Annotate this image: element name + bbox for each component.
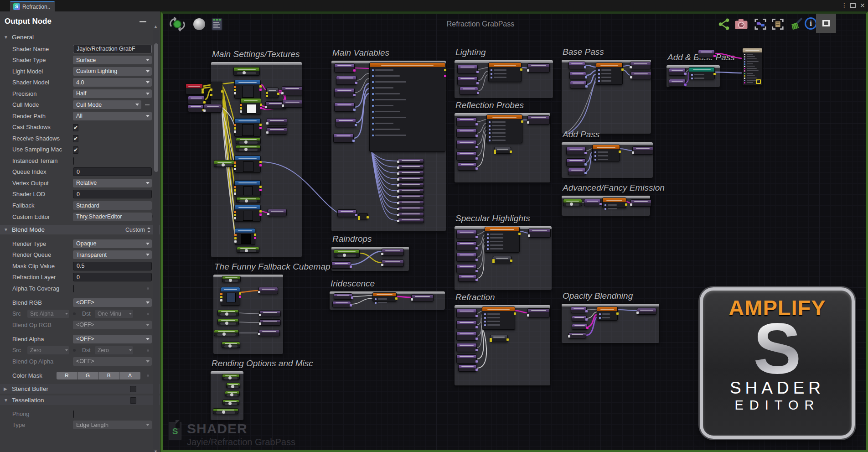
close-icon[interactable]: ✕ bbox=[860, 2, 865, 9]
shader-node-t[interactable] bbox=[234, 156, 261, 173]
shader-node-g[interactable] bbox=[456, 241, 477, 250]
shader-node-t[interactable] bbox=[234, 180, 261, 196]
shader-node-p[interactable] bbox=[214, 330, 239, 336]
shader-node-rs[interactable] bbox=[398, 165, 424, 170]
shader-node-g[interactable] bbox=[334, 103, 355, 112]
shader-node-g[interactable] bbox=[569, 72, 586, 79]
shader-node-g[interactable] bbox=[669, 79, 686, 87]
checkbox-alpha-to-coverag[interactable] bbox=[73, 285, 74, 292]
dropdown-src[interactable]: Src Alpha bbox=[27, 310, 69, 318]
material-preview-icon[interactable] bbox=[193, 18, 205, 30]
shader-node-g[interactable] bbox=[572, 316, 587, 322]
checkbox-instanced-terrain[interactable] bbox=[73, 157, 74, 165]
shader-node-p[interactable] bbox=[222, 342, 240, 348]
checkbox-phong[interactable] bbox=[73, 410, 74, 418]
shader-node-t[interactable] bbox=[221, 287, 240, 306]
shader-node-g[interactable] bbox=[568, 62, 585, 69]
shader-node-r[interactable] bbox=[204, 104, 222, 113]
shader-node-p[interactable] bbox=[217, 310, 239, 316]
dropdown-dst[interactable]: One Minu bbox=[95, 310, 133, 318]
tab-refraction[interactable]: S Refraction.. bbox=[10, 1, 55, 11]
dropdown-vertex-output[interactable]: Relative bbox=[73, 179, 152, 187]
shader-node-rs[interactable] bbox=[398, 194, 424, 199]
shader-node-rs[interactable] bbox=[398, 182, 424, 187]
shader-node-p[interactable] bbox=[236, 145, 261, 151]
checkbox-use-sampling-mac[interactable]: ✔ bbox=[73, 146, 78, 154]
input-shader-name[interactable]: Jayie/Refraction GrabF bbox=[73, 45, 152, 53]
dropdown-shader-model[interactable]: 4.0 bbox=[73, 78, 152, 87]
shader-node-r[interactable] bbox=[528, 229, 551, 238]
screenshot-camera-icon[interactable] bbox=[734, 17, 749, 33]
shader-node-g[interactable] bbox=[331, 261, 351, 269]
shader-node-fbig[interactable] bbox=[369, 62, 445, 152]
shader-node-g[interactable] bbox=[337, 209, 356, 217]
dropdown-shader-type[interactable]: Surface bbox=[73, 56, 152, 64]
input-queue-index[interactable]: 0 bbox=[73, 167, 152, 176]
shader-node-g[interactable] bbox=[334, 293, 352, 300]
shader-node-g[interactable] bbox=[458, 275, 477, 282]
shader-node-g[interactable] bbox=[584, 199, 601, 206]
input-shader-lod[interactable]: 0 bbox=[73, 190, 152, 198]
shader-node-rs[interactable] bbox=[398, 159, 424, 164]
shader-node-rs[interactable] bbox=[398, 218, 424, 223]
shader-node-g[interactable] bbox=[571, 307, 587, 313]
shader-node-p[interactable] bbox=[236, 197, 260, 203]
share-icon[interactable] bbox=[717, 17, 731, 33]
shader-node-g[interactable] bbox=[572, 324, 588, 330]
shader-node-r[interactable] bbox=[267, 127, 287, 135]
input-refraction-layer[interactable]: 0 bbox=[73, 273, 152, 281]
scrollbar-thumb[interactable] bbox=[154, 43, 158, 172]
panel-menu-icon[interactable] bbox=[140, 21, 146, 22]
shader-node-r[interactable] bbox=[630, 62, 651, 69]
shader-node-p[interactable] bbox=[213, 408, 238, 414]
mask-button-a[interactable]: A bbox=[119, 372, 140, 379]
shader-node-sd[interactable] bbox=[493, 256, 512, 263]
shader-node-r[interactable] bbox=[630, 72, 651, 79]
shader-node-g[interactable] bbox=[568, 168, 586, 175]
live-update-icon[interactable] bbox=[167, 16, 188, 34]
shader-node-r[interactable] bbox=[411, 294, 434, 301]
dropdown-render-queue[interactable]: Transparent bbox=[73, 250, 152, 259]
shader-node-r[interactable] bbox=[259, 319, 281, 326]
dropdown-cull-mode[interactable]: Cull Mode bbox=[73, 100, 141, 109]
shader-node-r[interactable] bbox=[259, 311, 281, 317]
shader-node-p[interactable] bbox=[334, 249, 360, 258]
shader-node-r[interactable] bbox=[282, 100, 303, 108]
shader-node-g[interactable] bbox=[334, 63, 355, 73]
checkbox-receive-shadows[interactable]: ✔ bbox=[73, 135, 78, 142]
shader-node-r[interactable] bbox=[527, 63, 550, 73]
canvas-maximize-button[interactable] bbox=[816, 14, 836, 33]
shader-node-g[interactable] bbox=[566, 158, 586, 166]
shader-node-g[interactable] bbox=[570, 81, 587, 88]
dropdown-blend-rgb[interactable]: <OFF> bbox=[73, 298, 152, 307]
input-custom-editor[interactable]: Thry.ShaderEditor bbox=[73, 213, 152, 221]
shader-node-g[interactable] bbox=[460, 87, 478, 95]
shader-node-p[interactable] bbox=[222, 276, 241, 282]
shader-node-g[interactable] bbox=[334, 88, 355, 97]
shader-node-g[interactable] bbox=[188, 96, 205, 104]
shader-node-r[interactable] bbox=[382, 260, 404, 267]
shader-node-add[interactable] bbox=[358, 213, 368, 219]
shader-node-f[interactable] bbox=[488, 62, 522, 82]
shader-node-f[interactable] bbox=[592, 145, 620, 161]
shader-node-g[interactable] bbox=[188, 104, 204, 112]
shader-node-p[interactable] bbox=[217, 319, 239, 325]
dropdown-render-path[interactable]: All bbox=[73, 112, 152, 120]
shader-node-p[interactable] bbox=[214, 160, 235, 167]
shader-node-sd[interactable] bbox=[490, 335, 508, 342]
shader-node-r[interactable] bbox=[382, 249, 404, 256]
shader-node-p[interactable] bbox=[233, 67, 260, 76]
shader-node-r[interactable] bbox=[282, 86, 303, 95]
kebab-menu-icon[interactable]: ⋮ bbox=[841, 2, 847, 9]
shader-node-rs[interactable] bbox=[398, 206, 424, 211]
shader-node-t[interactable] bbox=[234, 118, 261, 137]
shader-node-g[interactable] bbox=[698, 50, 715, 58]
shader-node-teal[interactable] bbox=[689, 67, 715, 79]
shader-node-rs[interactable] bbox=[398, 212, 424, 217]
shader-node-p[interactable] bbox=[225, 391, 240, 396]
shader-node-g[interactable] bbox=[332, 301, 351, 307]
shader-node-f[interactable] bbox=[596, 62, 623, 85]
shader-node-p[interactable] bbox=[563, 199, 582, 206]
shader-node-m[interactable] bbox=[742, 48, 763, 86]
shader-node-p[interactable] bbox=[222, 400, 239, 405]
